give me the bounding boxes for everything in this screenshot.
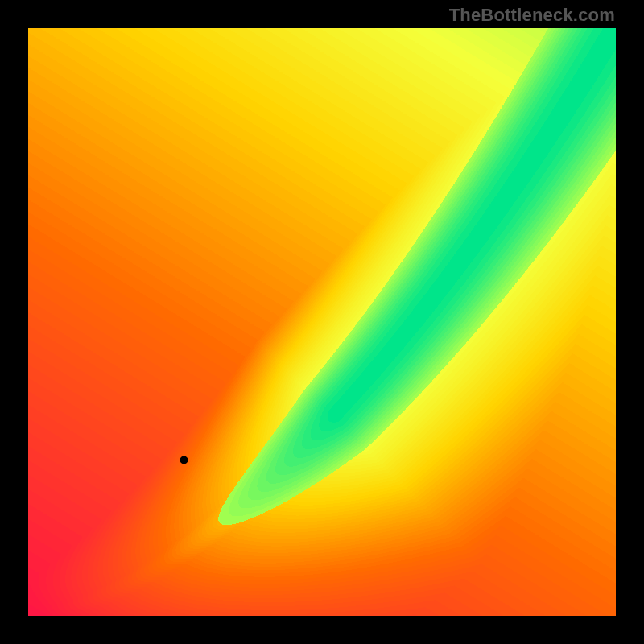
plot-area: [28, 28, 616, 616]
chart-frame: TheBottleneck.com: [0, 0, 644, 644]
heatmap-canvas: [28, 28, 616, 616]
watermark-label: TheBottleneck.com: [449, 5, 615, 26]
